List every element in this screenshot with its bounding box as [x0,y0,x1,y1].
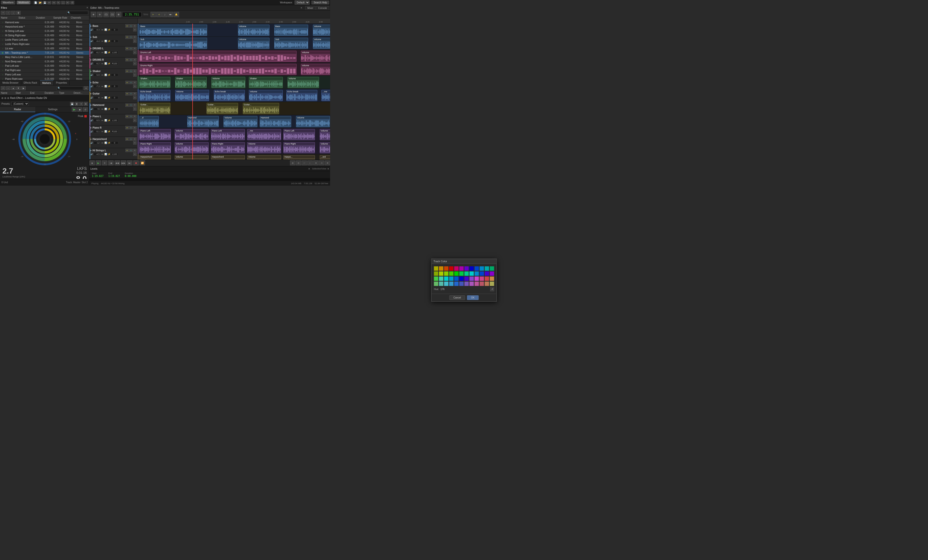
track-vol-icon[interactable]: 🔊 [90,130,93,133]
track-pan[interactable]: 0 [111,96,118,99]
track-mute-btn[interactable]: M [125,81,129,84]
track-end-btn[interactable]: ≡ [133,73,137,76]
track-expand-icon[interactable]: ▶ [90,70,92,72]
col-duration-header[interactable]: Duration [36,17,53,19]
audio-clip[interactable]: Volume [313,24,330,36]
track-volume[interactable]: -8 [93,96,100,99]
track-mute-btn[interactable]: M [125,104,129,107]
tab-markers[interactable]: Markers [40,80,53,85]
track-volume[interactable]: -7.3 [93,85,100,88]
audio-clip[interactable]: Volume [288,77,319,88]
redo-icon[interactable]: ↪ [52,1,56,5]
file-list-item[interactable]: ▣ MA – Teardrop.sesx * 7:05.138 44100 Hz… [0,51,89,55]
transport-snap-btn[interactable]: ⊞ [116,12,121,17]
editor-tab-console[interactable]: Console [316,6,329,10]
audio-clip[interactable]: Sub [274,38,308,49]
selection-tool-icon[interactable]: ⬚ [61,1,65,5]
track-mute-btn[interactable]: M [125,24,129,27]
track-pan[interactable]: L100 [111,153,118,156]
file-list-item[interactable]: ♪ Hi String Left.wav 6:26.489 44100 Hz M… [0,29,89,34]
audio-clip[interactable]: Volume [247,155,281,160]
audio-clip[interactable]: Volume [175,155,209,160]
track-mute-btn[interactable]: M [125,92,129,96]
files-export-btn[interactable]: ↓ [11,11,15,15]
new-file-icon[interactable]: 📄 [34,1,37,5]
track-fx-icon[interactable]: ⚡ [108,40,110,43]
audio-clip[interactable]: Drums Right [139,64,296,75]
markers-down-btn[interactable]: ▼ [16,86,21,90]
save-icon[interactable]: 💾 [43,1,47,5]
track-mute-btn[interactable]: M [125,126,129,129]
goto-end-btn[interactable]: ▶| [127,160,133,165]
track-prev-btn[interactable]: ⏮ [101,96,104,99]
track-pan[interactable]: 0 [111,85,118,88]
audio-clip[interactable]: Harpsi... [284,155,315,160]
track-volume[interactable]: -6.2 [93,51,100,54]
track-prev-btn[interactable]: ⏮ [101,73,104,76]
audio-clip[interactable]: Volume [211,77,245,88]
track-vol-icon[interactable]: 🔊 [90,153,93,156]
audio-clip[interactable]: Volume [320,129,330,140]
markers-del-btn[interactable]: − [6,86,11,90]
play-btn[interactable]: ▶ [96,160,101,165]
track-pan[interactable]: L100 [111,119,118,122]
audio-clip[interactable]: Hamond [260,116,291,127]
audio-clip[interactable]: Volume [301,64,330,75]
audio-clip[interactable]: Piano Right [284,142,315,153]
search-help-button[interactable]: Search Help [311,1,329,5]
track-vol-icon[interactable]: 🔊 [90,51,93,53]
audio-clip[interactable]: Echo break [139,90,170,101]
audio-clip[interactable]: Piano Left [139,129,171,140]
file-list-item[interactable]: ♪ Lezlie Piano Right.wav 6:26.489 44100 … [0,42,89,46]
track-pan[interactable]: 0 [111,28,118,31]
tab-effects-rack[interactable]: Effects Rack [21,80,40,85]
track-fx-icon[interactable]: ⚡ [108,108,110,110]
track-end-btn[interactable]: ≡ [133,107,137,111]
track-arm-btn[interactable]: R [133,69,137,73]
track-expand-icon[interactable]: ▶ [90,104,92,106]
presets-save-btn[interactable]: 💾 [70,102,74,106]
stop-btn[interactable]: ■ [89,160,95,165]
audio-clip[interactable]: Volume [175,142,209,153]
fast-forward-btn[interactable]: ▶▶ [121,160,126,165]
file-list-item[interactable]: ♪ Pad Right.wav 6:26.489 44100 Hz Mono [0,68,89,73]
editor-tab-mixer[interactable]: Mixer [305,6,315,10]
files-delete-btn[interactable]: 🗑 [16,11,21,15]
track-fx-icon[interactable]: ⚡ [108,119,110,122]
track-prev-btn[interactable]: ⏮ [101,40,104,43]
track-mute-btn[interactable]: M [125,69,129,73]
files-search-input[interactable] [66,11,88,15]
track-vol-icon[interactable]: 🔊 [90,40,93,42]
audio-clip[interactable]: Shaker... [139,77,170,88]
record-btn[interactable]: ⏺ [133,160,139,165]
track-end-btn[interactable]: ≡ [133,85,137,88]
track-prev-btn[interactable]: ⏮ [101,141,104,144]
track-arm-btn[interactable]: R [133,137,137,141]
audio-clip[interactable]: Guitar... [139,103,170,114]
track-volume[interactable]: -5.5 [93,119,100,122]
pre-roll-btn[interactable]: ⏭ [168,12,173,17]
track-expand-icon[interactable]: ▶ [90,93,92,95]
audio-clip[interactable]: Volume [296,116,330,127]
markers-search-input[interactable] [56,86,83,90]
track-expand-icon[interactable]: ▶ [90,150,92,151]
track-prev-btn[interactable]: ⏮ [101,51,104,54]
track-solo-btn[interactable]: S [129,58,133,61]
loop-end-marker[interactable]: ⊲ [156,12,162,17]
audio-clip[interactable]: Guitar... [207,103,238,114]
audio-clip[interactable]: ...d [139,116,159,127]
audio-clip[interactable]: Piano Right [211,142,245,153]
file-list-item[interactable]: ♪ Hamond.wav 6:26.489 44100 Hz Mono [0,20,89,24]
track-end-btn[interactable]: ≡ [133,130,137,133]
track-prev-btn[interactable]: ⏮ [101,130,104,133]
track-expand-icon[interactable]: ▶ [90,81,92,84]
track-volume[interactable]: -6.2 [93,62,100,65]
track-vol-icon[interactable]: 🔊 [90,63,93,65]
file-list-item[interactable]: ♪ Harpsichord.wav * 6:26.489 44100 Hz Mo… [0,24,89,29]
track-fx-icon[interactable]: ⚡ [108,51,110,54]
file-list-item[interactable]: ♪ Hi String Right.wav 6:26.489 44100 Hz … [0,34,89,38]
track-arm-btn[interactable]: R [133,149,137,152]
goto-start-btn[interactable]: |◀ [108,160,114,165]
track-solo-btn[interactable]: S [129,24,133,27]
audio-clip[interactable]: Volume [247,142,281,153]
